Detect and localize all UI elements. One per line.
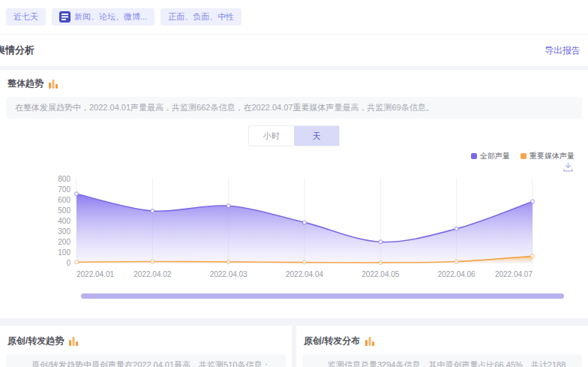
y-axis-label: 200 bbox=[58, 238, 70, 246]
data-point[interactable] bbox=[303, 260, 307, 264]
toggle-hour-button[interactable]: 小时 bbox=[249, 126, 294, 146]
legend-swatch-media bbox=[520, 153, 526, 159]
data-point[interactable] bbox=[454, 260, 458, 263]
export-report-button[interactable]: 导出报告 bbox=[544, 44, 580, 57]
legend-swatch-total bbox=[471, 153, 477, 159]
legend-item-total[interactable]: 全部声量 bbox=[471, 151, 510, 161]
y-axis-label: 100 bbox=[58, 248, 70, 257]
bar-chart-icon bbox=[68, 336, 79, 346]
data-point[interactable] bbox=[226, 204, 230, 208]
y-axis-label: 300 bbox=[58, 227, 70, 236]
data-point[interactable] bbox=[303, 221, 307, 224]
x-axis-label: 2022.04.02 bbox=[134, 270, 171, 278]
repost-distribution-card: 原创/转发分布 监测信息总量3294条信息，其中原创声量占比66.45%，共计2… bbox=[296, 326, 588, 367]
sentiment-filter-label: 正面、负面、中性 bbox=[168, 11, 234, 23]
legend-label-total: 全部声量 bbox=[480, 151, 510, 161]
repost-distribution-title: 原创/转发分布 bbox=[304, 335, 360, 347]
data-point[interactable] bbox=[379, 240, 382, 244]
overall-trend-card: 整体趋势 在整体发展趋势中，2022.04.01声量最高，共监测662条信息，在… bbox=[0, 70, 588, 318]
data-point[interactable] bbox=[531, 200, 535, 203]
overall-trend-summary: 在整体发展趋势中，2022.04.01声量最高，共监测662条信息，在2022.… bbox=[6, 97, 582, 119]
x-axis-label: 2022.04.06 bbox=[438, 270, 476, 278]
granularity-toggle-row: 小时 天 bbox=[6, 125, 582, 146]
download-image-icon[interactable] bbox=[563, 163, 573, 172]
source-filter-label: 新闻、论坛、微博... bbox=[74, 11, 147, 23]
y-axis-label: 800 bbox=[58, 175, 70, 183]
y-axis-label: 700 bbox=[58, 185, 70, 194]
page-title: 舆情分析 bbox=[0, 44, 34, 57]
granularity-toggle: 小时 天 bbox=[248, 125, 340, 146]
data-point[interactable] bbox=[379, 260, 382, 264]
data-point[interactable] bbox=[454, 227, 458, 230]
date-range-label: 近七天 bbox=[14, 11, 38, 23]
repost-distribution-summary: 监测信息总量3294条信息，其中原创声量占比66.45%，共计2188条信息；转… bbox=[302, 354, 582, 367]
repost-distribution-title-row: 原创/转发分布 bbox=[302, 335, 582, 347]
filter-bar: 近七天 新闻、论坛、微博... 正面、负面、中性 bbox=[0, 0, 588, 35]
bottom-cards-row: 原创/转发趋势 原创/转发趋势中原创声量在2022.04.01最高，共监测510… bbox=[0, 326, 588, 367]
data-point[interactable] bbox=[531, 254, 535, 258]
chart-range-slider-track bbox=[81, 293, 564, 299]
bar-chart-icon bbox=[48, 79, 58, 89]
data-point[interactable] bbox=[75, 260, 79, 264]
data-point[interactable] bbox=[151, 260, 154, 263]
dashboard-page: 近七天 新闻、论坛、微博... 正面、负面、中性 舆情分析 导出报告 整体趋势 … bbox=[0, 0, 588, 367]
repost-trend-summary: 原创/转发趋势中原创声量在2022.04.01最高，共监测510条信息；转发声量… bbox=[6, 354, 286, 367]
data-point[interactable] bbox=[226, 260, 230, 264]
repost-trend-card: 原创/转发趋势 原创/转发趋势中原创声量在2022.04.01最高，共监测510… bbox=[0, 326, 292, 367]
chart-toolbox bbox=[6, 163, 573, 172]
bar-chart-icon bbox=[364, 336, 375, 346]
sentiment-filter-chip[interactable]: 正面、负面、中性 bbox=[160, 8, 242, 26]
legend-item-media[interactable]: 重要媒体声量 bbox=[520, 151, 574, 161]
overall-trend-title: 整体趋势 bbox=[8, 77, 44, 90]
x-axis-label: 2022.04.04 bbox=[286, 270, 323, 278]
x-axis-label: 2022.04.05 bbox=[362, 270, 399, 278]
trend-chart: 2022.04.012022.04.022022.04.032022.04.04… bbox=[56, 172, 582, 286]
source-filter-chip[interactable]: 新闻、论坛、微博... bbox=[52, 8, 154, 26]
source-icon bbox=[59, 11, 70, 23]
data-point[interactable] bbox=[75, 192, 79, 196]
section-header: 舆情分析 导出报告 bbox=[0, 35, 588, 66]
date-range-chip[interactable]: 近七天 bbox=[6, 8, 46, 26]
y-axis-label: 500 bbox=[58, 206, 70, 215]
trend-chart-svg[interactable]: 2022.04.012022.04.022022.04.032022.04.04… bbox=[56, 172, 580, 283]
chart-range-slider[interactable] bbox=[81, 293, 564, 299]
y-axis-label: 600 bbox=[58, 196, 70, 204]
toggle-day-button[interactable]: 天 bbox=[294, 126, 339, 146]
repost-trend-title-row: 原创/转发趋势 bbox=[6, 335, 286, 347]
y-axis-label: 400 bbox=[58, 217, 70, 225]
x-axis-label: 2022.04.03 bbox=[210, 270, 248, 278]
y-axis-label: 0 bbox=[66, 259, 70, 267]
x-axis-label: 2022.04.07 bbox=[495, 270, 532, 278]
overall-trend-title-row: 整体趋势 bbox=[6, 77, 582, 90]
data-point[interactable] bbox=[151, 209, 154, 213]
repost-trend-title: 原创/转发趋势 bbox=[8, 335, 64, 347]
legend-label-media: 重要媒体声量 bbox=[530, 151, 574, 161]
chart-legend: 全部声量 重要媒体声量 bbox=[6, 151, 574, 161]
x-axis-label: 2022.04.01 bbox=[76, 270, 114, 278]
